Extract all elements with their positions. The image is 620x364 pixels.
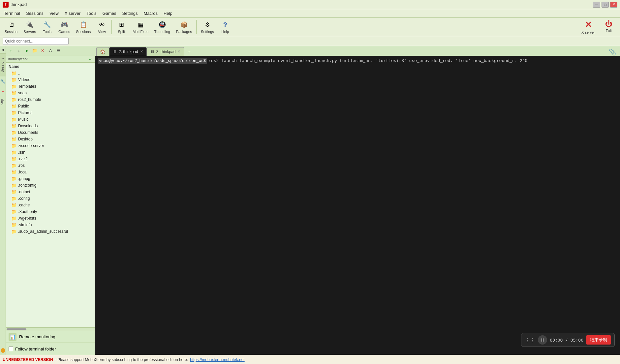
tree-item-ros2humble[interactable]: 📁 ros2_humble [6,96,95,103]
file-menu-button[interactable]: ☰ [55,47,62,54]
tree-item-videos[interactable]: 📁 Videos [6,76,95,83]
hscroll-thumb[interactable] [7,328,26,330]
menu-terminal[interactable]: Terminal [1,10,23,16]
tree-item-gnupg[interactable]: 📁 .gnupg [6,175,95,182]
tree-item-sudo-admin[interactable]: 📁 .sudo_as_admin_successful [6,228,95,235]
add-tab-button[interactable]: + [185,48,193,56]
folder-icon: 📁 [11,77,17,82]
menu-tools[interactable]: Tools [84,10,99,16]
tree-item-label: .gnupg [18,176,30,181]
tab-2-thinkpad[interactable]: 🖥 2. thinkpad ✕ [109,47,147,56]
toolbar-session[interactable]: 🖥 Session [2,19,20,35]
xserver-button[interactable]: ✕ X server [578,19,598,35]
minimize-button[interactable]: ─ [593,2,600,8]
menu-xserver[interactable]: X server [62,10,83,16]
folder-icon: 📁 [11,117,17,122]
tree-item-rviz2[interactable]: 📁 .rviz2 [6,156,95,162]
toolbar-multiexec[interactable]: ▦ MultiExec [130,19,151,35]
toolbar-tunneling[interactable]: 🚇 Tunneling [152,19,173,35]
tree-item-desktop[interactable]: 📁 Desktop [6,136,95,142]
remote-monitoring[interactable]: 📊 Remote monitoring [6,331,95,343]
file-delete-button[interactable]: ✕ [39,47,46,54]
path-check-icon: ✓ [89,56,93,62]
menu-settings[interactable]: Settings [120,10,140,16]
tree-item-ssh[interactable]: 📁 .ssh [6,149,95,156]
tab-2-close-button[interactable]: ✕ [140,49,143,54]
tree-item-dotnet[interactable]: 📁 .dotnet [6,189,95,195]
follow-folder-checkbox[interactable] [9,347,13,351]
folder-icon: 📁 [11,189,17,195]
menu-view[interactable]: View [47,10,61,16]
tree-item-music[interactable]: 📁 Music [6,116,95,123]
terminal-area[interactable]: ycao@ycao:~/ros2_humble/code_space/colco… [95,56,620,355]
file-new-folder-button[interactable]: 📁 [31,47,38,54]
toolbar-packages[interactable]: 📦 Packages [173,19,195,35]
xserver-label: X server [581,30,595,34]
folder-icon: 📁 [11,209,17,214]
exit-button[interactable]: ⏻ Exit [600,19,618,35]
toolbar-settings[interactable]: ⚙ Settings [198,19,217,35]
maximize-button[interactable]: □ [602,2,609,8]
toolbar-view[interactable]: 👁 View [94,19,110,35]
tab-home[interactable]: 🏠 [96,47,109,56]
file-refresh-button[interactable]: ● [23,47,30,54]
tree-item-vscode-server[interactable]: 📁 .vscode-server [6,142,95,149]
tree-item-wget-hsts[interactable]: 📁 .wget-hsts [6,215,95,222]
file-tree-hscrollbar[interactable] [6,327,95,331]
multiexec-label: MultiExec [133,30,148,34]
menu-games[interactable]: Games [100,10,119,16]
file-up-button[interactable]: ↑ [7,47,15,54]
home-tab-icon: 🏠 [100,49,106,54]
tree-item-label: Desktop [18,137,33,141]
tab-3-close-button[interactable]: ✕ [177,49,180,54]
tree-item-public[interactable]: 📁 Public [6,103,95,109]
recording-pause-button[interactable]: ⏸ [538,335,547,345]
tree-item-ros[interactable]: 📁 .ros [6,162,95,169]
tree-item-fontconfig[interactable]: 📁 .fontconfig [6,182,95,189]
vertical-tab-strip: ◄ Sessions 🔧 ● Sftp [0,46,6,355]
tree-item-label: ros2_humble [18,97,41,102]
tree-item-xauthority[interactable]: 📁 .Xauthority [6,208,95,215]
toolbar-tools[interactable]: 🔧 Tools [39,19,55,35]
folder-icon: 📁 [11,84,17,89]
file-tree-container[interactable]: Name 📁 .. 📁 Videos 📁 Templates 📁 snap [6,63,95,327]
quick-connect-input[interactable] [3,38,69,45]
tree-item-local[interactable]: 📁 .local [6,169,95,175]
sftp-side-tab[interactable]: Sftp [0,96,6,108]
toolbar-split[interactable]: ⊞ Split [113,19,129,35]
file-rename-button[interactable]: A [47,47,54,54]
tree-item-pictures[interactable]: 📁 Pictures [6,109,95,116]
nav-back-button[interactable]: ◄ [1,46,5,53]
tree-item-documents[interactable]: 📁 Documents [6,129,95,136]
tree-item-templates[interactable]: 📁 Templates [6,83,95,90]
tab-3-thinkpad[interactable]: 🖥 3. thinkpad ✕ [147,47,184,56]
tree-item-parent[interactable]: 📁 .. [6,70,95,76]
tree-item-cache[interactable]: 📁 .cache [6,202,95,208]
menu-sessions[interactable]: Sessions [23,10,46,16]
title-text: thinkpad [11,2,593,7]
file-down-button[interactable]: ↓ [15,47,22,54]
pause-icon: ⏸ [540,337,545,343]
tree-item-viminfo[interactable]: 📁 .viminfo [6,222,95,228]
tree-item-downloads[interactable]: 📁 Downloads [6,123,95,129]
sessions-side-tab[interactable]: Sessions [0,53,6,76]
toolbar-sessions[interactable]: 📋 Sessions [74,19,94,35]
tree-item-config[interactable]: 📁 .config [6,195,95,202]
menu-help[interactable]: Help [161,10,175,16]
toolbar-servers[interactable]: 🔌 Servers [21,19,39,35]
folder-icon: 📁 [11,163,17,168]
servers-icon: 🔌 [25,20,34,29]
recording-stop-button[interactable]: 结束录制 [586,335,611,345]
folder-icon: 📁 [11,169,17,175]
macros-side-icon[interactable]: ● [0,86,6,96]
multiexec-icon: ▦ [136,20,145,29]
toolbar-games[interactable]: 🎮 Games [56,19,73,35]
tools-side-icon[interactable]: 🔧 [0,76,6,86]
menu-macros[interactable]: Macros [141,10,160,16]
status-link[interactable]: https://mobaxterm.mobatek.net [190,357,244,362]
toolbar: 🖥 Session 🔌 Servers 🔧 Tools 🎮 Games 📋 Se… [0,18,620,36]
close-button[interactable]: ✕ [610,2,617,8]
recording-menu-icon[interactable]: ⋮⋮ [525,337,535,343]
toolbar-help[interactable]: ? Help [217,19,233,35]
tree-item-snap[interactable]: 📁 snap [6,90,95,96]
